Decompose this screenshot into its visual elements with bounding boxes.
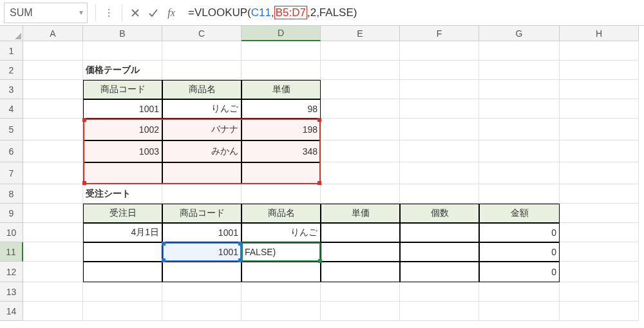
- cancel-button[interactable]: [126, 3, 144, 23]
- cell[interactable]: [321, 282, 400, 302]
- cell[interactable]: [400, 140, 479, 162]
- chevron-down-icon[interactable]: ▼: [78, 9, 84, 16]
- cell[interactable]: [242, 302, 321, 321]
- cell[interactable]: [400, 184, 479, 204]
- cell[interactable]: [400, 80, 479, 99]
- cell[interactable]: 単価: [242, 80, 321, 99]
- cell[interactable]: [83, 242, 162, 262]
- column-header[interactable]: E: [321, 26, 400, 41]
- cell[interactable]: [321, 184, 400, 204]
- cell[interactable]: [23, 204, 83, 223]
- cell[interactable]: [242, 162, 321, 184]
- select-all-corner[interactable]: [0, 26, 23, 41]
- row-header[interactable]: 5: [0, 119, 23, 140]
- row-header[interactable]: 12: [0, 262, 23, 282]
- cell[interactable]: [479, 282, 560, 302]
- cell[interactable]: [400, 119, 479, 140]
- cell[interactable]: [162, 162, 242, 184]
- cell[interactable]: [560, 282, 639, 302]
- cell[interactable]: [560, 41, 639, 61]
- row-header[interactable]: 14: [0, 302, 23, 321]
- cell[interactable]: [23, 80, 83, 99]
- cell[interactable]: 0: [479, 262, 560, 282]
- cell[interactable]: FALSE): [242, 242, 321, 262]
- cell[interactable]: [242, 282, 321, 302]
- cell[interactable]: [23, 140, 83, 162]
- cell[interactable]: [83, 162, 162, 184]
- row-header[interactable]: 3: [0, 80, 23, 99]
- cell[interactable]: [242, 184, 321, 204]
- cell[interactable]: [479, 140, 560, 162]
- cell[interactable]: [23, 162, 83, 184]
- formula-input[interactable]: =VLOOKUP(C11,B5:D7,2,FALSE): [180, 6, 644, 19]
- cell[interactable]: [560, 99, 639, 119]
- cell[interactable]: [479, 80, 560, 99]
- cell[interactable]: [242, 41, 321, 61]
- cell[interactable]: [560, 162, 639, 184]
- cell[interactable]: 個数: [400, 204, 479, 223]
- cell[interactable]: [23, 302, 83, 321]
- row-header[interactable]: 7: [0, 162, 23, 184]
- cell[interactable]: 価格テーブル: [83, 61, 162, 80]
- cell[interactable]: [400, 242, 479, 262]
- cell[interactable]: [162, 282, 242, 302]
- cell[interactable]: [400, 61, 479, 80]
- enter-button[interactable]: [144, 3, 162, 23]
- cell[interactable]: 1002: [83, 119, 162, 140]
- name-box[interactable]: SUM ▼: [4, 3, 88, 23]
- row-header[interactable]: 2: [0, 61, 23, 80]
- cell[interactable]: [560, 119, 639, 140]
- cell[interactable]: [400, 223, 479, 242]
- cell[interactable]: 1001: [83, 99, 162, 119]
- cell[interactable]: [83, 41, 162, 61]
- cell[interactable]: [560, 184, 639, 204]
- cell[interactable]: [560, 223, 639, 242]
- row-header[interactable]: 8: [0, 184, 23, 204]
- cell[interactable]: [479, 302, 560, 321]
- cell[interactable]: みかん: [162, 140, 242, 162]
- cell[interactable]: 商品コード: [162, 204, 242, 223]
- cell[interactable]: [560, 61, 639, 80]
- cell[interactable]: [479, 41, 560, 61]
- cell[interactable]: 1001: [162, 242, 242, 262]
- cell[interactable]: [479, 99, 560, 119]
- cell[interactable]: [321, 242, 400, 262]
- cell[interactable]: [83, 262, 162, 282]
- cell[interactable]: 商品コード: [83, 80, 162, 99]
- cell[interactable]: [23, 119, 83, 140]
- cell[interactable]: [162, 302, 242, 321]
- cell[interactable]: [83, 302, 162, 321]
- cell[interactable]: りんご: [162, 99, 242, 119]
- cell[interactable]: [560, 204, 639, 223]
- cell[interactable]: [479, 119, 560, 140]
- cell[interactable]: 商品名: [242, 204, 321, 223]
- cell[interactable]: [242, 262, 321, 282]
- row-header[interactable]: 11: [0, 242, 23, 262]
- cell[interactable]: [479, 61, 560, 80]
- cell[interactable]: [560, 80, 639, 99]
- cell[interactable]: りんご: [242, 223, 321, 242]
- cell[interactable]: [83, 282, 162, 302]
- cell[interactable]: [321, 223, 400, 242]
- cell[interactable]: [321, 140, 400, 162]
- cell[interactable]: 1003: [83, 140, 162, 162]
- cell[interactable]: [23, 61, 83, 80]
- row-header[interactable]: 1: [0, 41, 23, 61]
- cell[interactable]: 4月1日: [83, 223, 162, 242]
- fx-icon[interactable]: fx: [162, 3, 180, 23]
- cell[interactable]: [400, 302, 479, 321]
- cell[interactable]: 198: [242, 119, 321, 140]
- cell[interactable]: [162, 184, 242, 204]
- cell[interactable]: [479, 162, 560, 184]
- cell[interactable]: [400, 99, 479, 119]
- cell[interactable]: [23, 262, 83, 282]
- row-header[interactable]: 9: [0, 204, 23, 223]
- cell[interactable]: [23, 41, 83, 61]
- row-header[interactable]: 13: [0, 282, 23, 302]
- cell[interactable]: [162, 262, 242, 282]
- cell[interactable]: [23, 99, 83, 119]
- cell[interactable]: 受注シート: [83, 184, 162, 204]
- cell[interactable]: [162, 61, 242, 80]
- row-header[interactable]: 6: [0, 140, 23, 162]
- column-header[interactable]: H: [560, 26, 639, 41]
